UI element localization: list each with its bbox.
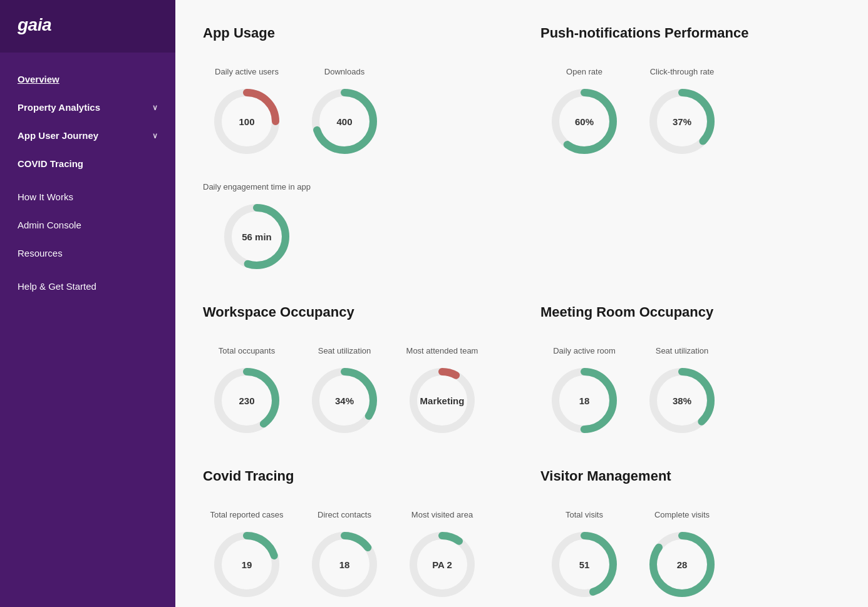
metric-label: Click-through rate [650,54,715,76]
metric-label: Total reported cases [210,497,283,519]
donut-chart: 38% [644,363,720,438]
donut-center-value: 28 [677,559,688,570]
donut-center-value: 34% [335,395,354,406]
donut-chart: 230 [209,363,284,438]
metric-card-18: Daily active room18 [540,333,628,438]
section-left: App UsageDaily active users100Downloads4… [203,25,503,304]
donut-center-value: 38% [673,395,691,406]
sidebar-item-admin-console[interactable]: Admin Console [0,211,175,239]
donut-center-value: 400 [336,116,352,127]
donut-center-value: PA 2 [432,559,452,570]
donut-center-value: 56 min [242,232,272,242]
section-workspace-occupancy: Workspace OccupancyTotal occupants230Sea… [203,304,503,438]
section-title: Workspace Occupancy [203,304,503,320]
sidebar-item-label: App User Journey [18,130,98,141]
metric-label: Downloads [324,54,364,76]
metric-label: Daily active room [553,333,616,355]
donut-chart: 18 [307,527,382,602]
chevron-down-icon: ∨ [152,131,158,140]
section-title: Meeting Room Occupancy [540,304,840,320]
metric-label: Most visited area [411,497,473,519]
section-meeting-room-occupancy: Meeting Room OccupancyDaily active room1… [540,304,840,438]
metrics-row: Daily active room18Seat utilization38% [540,333,840,438]
section-visitor-management: Visitor ManagementTotal visits51Complete… [540,468,840,602]
metrics-row: Daily active users100Downloads400Daily e… [203,54,503,274]
section-right: Meeting Room OccupancyDaily active room1… [540,304,840,468]
donut-chart: PA 2 [405,527,480,602]
metrics-row: Total occupants230Seat utilization34%Mos… [203,333,503,438]
donut-chart: 400 [307,84,382,159]
metric-card-51: Total visits51 [540,497,628,602]
section-title: Visitor Management [540,468,840,484]
donut-center-value: 60% [575,116,594,127]
sidebar-item-property-analytics[interactable]: Property Analytics∨ [0,93,175,121]
donut-chart: 60% [547,84,622,159]
sidebar-item-how-it-works[interactable]: How It Works [0,183,175,211]
section-title: Push-notifications Performance [540,25,840,41]
metric-card-37%: Click-through rate37% [638,54,726,159]
metric-card-400: Downloads400 [301,54,388,159]
metric-card-56min: Daily engagement time in app56 min [203,169,311,274]
metric-card-230: Total occupants230 [203,333,291,438]
section-left: Workspace OccupancyTotal occupants230Sea… [203,304,503,468]
donut-chart: Marketing [405,363,480,438]
sidebar-item-label: Resources [18,248,63,258]
sections-pair: App UsageDaily active users100Downloads4… [203,25,840,304]
main-content: App UsageDaily active users100Downloads4… [175,0,868,607]
donut-center-value: 18 [339,559,350,570]
metrics-row: Open rate60%Click-through rate37% [540,54,840,159]
donut-center-value: 51 [579,559,590,570]
donut-chart: 18 [547,363,622,438]
donut-center-value: Marketing [420,395,465,406]
section-push-notifications: Push-notifications PerformanceOpen rate6… [540,25,840,159]
section-covid-tracing: Covid TracingTotal reported cases19Direc… [203,468,503,602]
donut-chart: 19 [209,527,284,602]
sidebar-item-label: Overview [18,74,59,84]
donut-chart: 34% [307,363,382,438]
section-right: Push-notifications PerformanceOpen rate6… [540,25,840,304]
donut-center-value: 230 [239,395,254,406]
donut-center-value: 100 [239,116,254,127]
sidebar-item-label: Admin Console [18,220,81,230]
metric-card-19: Total reported cases19 [203,497,291,602]
metrics-row: Total reported cases19Direct contacts18M… [203,497,503,602]
logo: gaia [0,0,175,53]
sidebar-item-help[interactable]: Help & Get Started [0,272,175,300]
metric-label: Daily engagement time in app [203,169,311,191]
sidebar: gaia OverviewProperty Analytics∨App User… [0,0,175,607]
sidebar-item-label: How It Works [18,191,73,202]
metric-card-marketing: Most attended teamMarketing [398,333,486,438]
donut-chart: 51 [547,527,622,602]
section-app-usage: App UsageDaily active users100Downloads4… [203,25,503,274]
sidebar-item-resources[interactable]: Resources [0,239,175,267]
section-left: Covid TracingTotal reported cases19Direc… [203,468,503,607]
metric-label: Total visits [566,497,603,519]
donut-chart: 28 [644,527,720,602]
metric-label: Daily active users [215,54,279,76]
metric-card-pa2: Most visited areaPA 2 [398,497,486,602]
sidebar-item-app-user-journey[interactable]: App User Journey∨ [0,121,175,150]
section-title: App Usage [203,25,503,41]
metric-label: Direct contacts [318,497,371,519]
sidebar-item-covid-tracing[interactable]: COVID Tracing [0,150,175,178]
sidebar-item-label: Help & Get Started [18,281,96,292]
metric-card-60%: Open rate60% [540,54,628,159]
metric-label: Total occupants [219,333,275,355]
metric-card-38%: Seat utilization38% [638,333,726,438]
metric-card-34%: Seat utilization34% [301,333,388,438]
sidebar-nav: OverviewProperty Analytics∨App User Jour… [0,53,175,607]
section-title: Covid Tracing [203,468,503,484]
metric-label: Complete visits [654,497,710,519]
metric-label: Open rate [566,54,602,76]
donut-center-value: 19 [242,559,252,570]
metric-label: Seat utilization [318,333,371,355]
donut-center-value: 37% [673,116,691,127]
metrics-row: Total visits51Complete visits28 [540,497,840,602]
sidebar-item-overview[interactable]: Overview [0,65,175,93]
metric-label: Seat utilization [656,333,709,355]
metric-card-28: Complete visits28 [638,497,726,602]
sections-pair: Covid TracingTotal reported cases19Direc… [203,468,840,607]
metric-card-100: Daily active users100 [203,54,291,159]
section-right: Visitor ManagementTotal visits51Complete… [540,468,840,607]
logo-text: gaia [18,15,51,34]
